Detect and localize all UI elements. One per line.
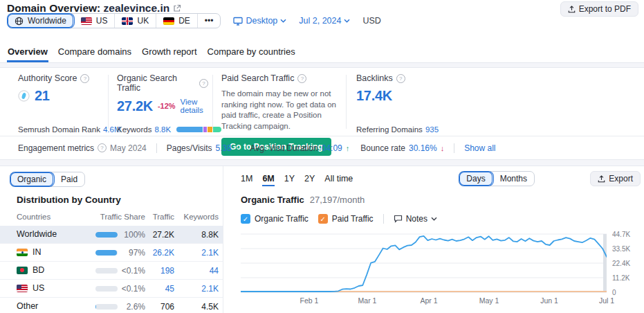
- referring-domains-value[interactable]: 935: [425, 125, 439, 134]
- region-tab-label: US: [96, 16, 108, 26]
- tab-growth-report[interactable]: Growth report: [141, 41, 197, 62]
- info-icon[interactable]: ?: [98, 143, 107, 152]
- region-tab-label: UK: [137, 16, 149, 26]
- authority-score-icon: [18, 90, 30, 102]
- col-keywords: Keywords: [174, 213, 219, 221]
- traffic-value[interactable]: 45: [147, 284, 174, 294]
- country-label: Other: [17, 301, 38, 311]
- country-row-other[interactable]: Other2.6%7064.5K: [0, 298, 223, 313]
- info-icon[interactable]: ?: [297, 74, 306, 83]
- granularity-months[interactable]: Months: [493, 172, 534, 186]
- checkbox-checked-icon[interactable]: ✓: [241, 214, 250, 224]
- export-to-pdf-button[interactable]: Export to PDF: [560, 1, 638, 17]
- date-selector[interactable]: Jul 2, 2024: [299, 16, 350, 26]
- metric-label: Bounce rate: [360, 143, 405, 153]
- traffic-share-bar: [95, 286, 118, 292]
- country-table-header: Countries Traffic Share Traffic Keywords: [0, 210, 223, 225]
- region-tab-us[interactable]: US: [74, 14, 116, 28]
- legend-label: Organic Traffic: [255, 214, 309, 224]
- country-row-us[interactable]: US<0.1%452.1K: [0, 280, 223, 298]
- chevron-down-icon: [280, 19, 286, 23]
- engagement-metrics-label: Engagement metrics: [18, 143, 94, 153]
- globe-icon: [15, 17, 24, 26]
- notes-label: Notes: [406, 214, 427, 224]
- keyword-bar-segment: [213, 127, 221, 132]
- country-name: US: [17, 283, 44, 293]
- legend-label: Paid Traffic: [332, 214, 374, 224]
- distribution-panel: OrganicPaid Distribution by Country Coun…: [0, 166, 223, 313]
- keywords-value[interactable]: 8.8K: [155, 125, 172, 134]
- region-tab-uk[interactable]: UK: [115, 14, 156, 28]
- keyword-bar-segment: [176, 127, 203, 132]
- traffic-share-value: 97%: [116, 248, 145, 258]
- x-tick-label: May 1: [479, 296, 499, 305]
- legend-organic-traffic[interactable]: ✓Organic Traffic: [241, 214, 309, 224]
- domain-rank-label: Semrush Domain Rank: [18, 125, 100, 134]
- metric-value: 04:09: [322, 143, 342, 153]
- toggle-organic[interactable]: Organic: [10, 172, 54, 186]
- engagement-metric-avg-visit-duration: Avg. Visit Duration04:09↑: [250, 143, 349, 153]
- date-selector-label: Jul 2, 2024: [299, 16, 341, 26]
- keywords-value[interactable]: 44: [176, 266, 219, 276]
- organic-traffic-label: Organic Search Traffic: [117, 73, 196, 93]
- info-icon[interactable]: ?: [396, 74, 405, 83]
- device-selector[interactable]: Desktop: [233, 16, 286, 26]
- granularity-toggle: DaysMonths: [459, 171, 535, 186]
- range-tab-6m[interactable]: 6M: [262, 174, 274, 186]
- external-link-icon[interactable]: [173, 4, 181, 12]
- country-name: Worldwide: [17, 229, 57, 239]
- uk-flag-icon: [122, 17, 133, 25]
- tab-overview[interactable]: Overview: [7, 41, 48, 62]
- country-label: US: [33, 283, 44, 293]
- region-tab-worldwide[interactable]: Worldwide: [8, 14, 74, 28]
- traffic-share-bar: [95, 250, 118, 256]
- tab-compare-domains[interactable]: Compare domains: [57, 41, 132, 62]
- keyword-distribution-bar: [176, 127, 221, 132]
- divider: [108, 75, 109, 129]
- bottom-section: OrganicPaid Distribution by Country Coun…: [0, 166, 644, 313]
- header-controls: WorldwideUSUKDE••• Desktop Jul 2, 2024: [7, 13, 381, 28]
- show-all-link[interactable]: Show all: [464, 143, 495, 153]
- engagement-metric-pages-visits: Pages/Visits5.38↑: [167, 143, 239, 153]
- engagement-metrics-row: Engagement metrics ? May 2024 Pages/Visi…: [0, 136, 644, 159]
- up-arrow-icon: ↑: [346, 144, 350, 152]
- more-regions-button[interactable]: •••: [198, 14, 221, 28]
- keywords-value: 4.5K: [176, 302, 219, 312]
- country-row-in[interactable]: IN97%26.2K2.1K: [0, 244, 223, 262]
- chart-export-button[interactable]: Export: [590, 171, 641, 186]
- organic-search-traffic-card: Organic Search Traffic ? 27.2K -12% View…: [117, 73, 208, 114]
- notes-control[interactable]: Notes: [394, 214, 437, 224]
- traffic-value[interactable]: 26.2K: [147, 248, 174, 258]
- view-details-link[interactable]: View details: [181, 98, 208, 114]
- authority-score-label: Authority Score: [18, 73, 77, 83]
- checkbox-checked-icon[interactable]: ✓: [318, 214, 328, 224]
- range-tab-all-time[interactable]: All time: [324, 174, 353, 186]
- traffic-chart-panel: 1M6M1Y2YAll time DaysMonths Export Organ…: [241, 166, 644, 313]
- country-row-worldwide[interactable]: Worldwide100%27.2K8.8K: [0, 226, 223, 244]
- region-tab-de[interactable]: DE: [156, 14, 198, 28]
- chart-legend: ✓Organic Traffic✓Paid Traffic Notes: [241, 214, 437, 224]
- y-tick-label: 33.5K: [612, 245, 630, 253]
- granularity-days[interactable]: Days: [459, 172, 493, 186]
- traffic-value[interactable]: 198: [147, 266, 174, 276]
- x-tick-label: Feb 1: [300, 296, 319, 305]
- toggle-paid[interactable]: Paid: [54, 172, 84, 186]
- domain-overview-page: Domain Overview: zealevince.in Export to…: [0, 0, 644, 313]
- range-tab-2y[interactable]: 2Y: [304, 174, 315, 186]
- info-icon[interactable]: ?: [199, 79, 208, 88]
- legend-paid-traffic[interactable]: ✓Paid Traffic: [318, 214, 374, 224]
- info-icon[interactable]: ?: [80, 74, 89, 83]
- traffic-share-value: 100%: [116, 230, 145, 240]
- down-arrow-icon: ↓: [441, 144, 445, 152]
- country-row-bd[interactable]: BD<0.1%19844: [0, 262, 223, 280]
- x-axis-labels: Feb 1Mar 1Apr 1May 1Jun 1Jul 1: [241, 296, 607, 306]
- backlinks-card: Backlinks ? 17.4K Referring Domains 935: [356, 73, 495, 104]
- range-tab-1m[interactable]: 1M: [241, 174, 252, 186]
- tab-compare-by-countries[interactable]: Compare by countries: [207, 41, 296, 62]
- range-tab-1y[interactable]: 1Y: [284, 174, 295, 186]
- organic-traffic-value: 27.2K: [117, 98, 153, 114]
- keywords-value[interactable]: 2.1K: [176, 284, 219, 294]
- keywords-value[interactable]: 2.1K: [176, 248, 219, 258]
- traffic-chart[interactable]: [241, 233, 607, 294]
- up-arrow-icon: ↑: [235, 144, 239, 152]
